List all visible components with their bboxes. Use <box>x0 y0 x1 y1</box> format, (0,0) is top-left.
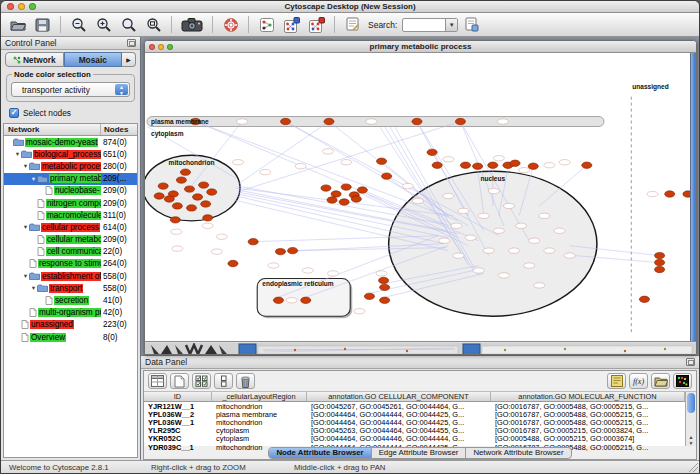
tree-row[interactable]: macromolecule311(0) <box>4 209 137 221</box>
tab-network-attribute-browser[interactable]: Network Attribute Browser <box>466 448 570 458</box>
graph-node-label[interactable] <box>529 238 540 243</box>
graph-node-label[interactable] <box>564 253 575 258</box>
graph-node-label[interactable] <box>295 164 306 169</box>
graph-node-label[interactable] <box>458 208 469 213</box>
column-go-molecular-function[interactable]: annotation.GO MOLECULAR_FUNCTION <box>491 392 685 401</box>
tree-row[interactable]: cellular metabo209(0) <box>4 234 137 246</box>
graph-node[interactable] <box>528 163 538 169</box>
select-attributes-button[interactable] <box>148 373 167 389</box>
graph-node[interactable] <box>248 239 258 245</box>
matrix-view-button[interactable] <box>673 373 692 389</box>
tree-row[interactable]: unassigned223(0) <box>4 319 137 331</box>
graph-node-label[interactable] <box>478 213 489 218</box>
select-all-attributes-button[interactable] <box>192 373 211 389</box>
tree-row[interactable]: ▼metabolic process280(0) <box>4 160 137 172</box>
zoom-out-button[interactable] <box>67 15 90 35</box>
graph-node[interactable] <box>176 177 186 183</box>
graph-node-label[interactable] <box>451 223 462 228</box>
scrollbar-thumb[interactable] <box>687 393 695 413</box>
network-zoom-button[interactable] <box>167 44 173 50</box>
graph-node[interactable] <box>184 186 194 192</box>
table-scrollbar[interactable]: ▲▼ <box>685 392 696 446</box>
graph-node-label[interactable] <box>503 203 514 208</box>
graph-node[interactable] <box>379 277 389 283</box>
graph-node-label[interactable] <box>465 235 476 240</box>
graph-node[interactable] <box>170 217 180 223</box>
tree-row[interactable]: secretion41(0) <box>4 294 137 306</box>
graph-node-label[interactable] <box>341 160 352 165</box>
graph-node[interactable] <box>364 293 374 299</box>
graph-node[interactable] <box>357 187 367 193</box>
graph-node-label[interactable] <box>524 263 535 268</box>
delete-attribute-button[interactable] <box>236 373 255 389</box>
graph-node-label[interactable] <box>211 249 222 254</box>
graph-node[interactable] <box>275 248 285 254</box>
graph-node-label[interactable] <box>544 248 555 253</box>
graph-node[interactable] <box>582 162 592 168</box>
graph-node-label[interactable] <box>488 188 499 193</box>
graph-node[interactable] <box>655 252 665 258</box>
expander-icon[interactable]: ▼ <box>22 163 29 169</box>
graph-node-label[interactable] <box>519 168 530 173</box>
graph-node[interactable] <box>331 191 341 197</box>
network-canvas[interactable]: plasma membranecytoplasmmitochondrionnuc… <box>145 53 696 341</box>
scrollbar-arrows[interactable]: ▲▼ <box>686 434 696 446</box>
tab-node-attribute-browser[interactable]: Node Attribute Browser <box>269 448 371 458</box>
graph-node[interactable] <box>193 194 203 200</box>
select-nodes-checkbox[interactable]: ✓ <box>9 108 19 118</box>
float-panel-icon[interactable] <box>686 358 695 366</box>
enhanced-search-icon[interactable] <box>341 15 364 35</box>
graph-node[interactable] <box>665 191 675 197</box>
graph-node[interactable] <box>327 197 337 203</box>
tab-mosaic[interactable]: Mosaic <box>64 52 123 67</box>
import-attributes-button[interactable] <box>651 373 670 389</box>
configure-search-button[interactable] <box>460 15 483 35</box>
graph-node-label[interactable] <box>327 271 338 276</box>
graph-node-label[interactable] <box>498 273 509 278</box>
expander-icon[interactable]: ▼ <box>22 273 29 279</box>
graph-node-label[interactable] <box>497 119 508 124</box>
tree-column-nodes[interactable]: Nodes <box>101 124 137 135</box>
network-close-button[interactable] <box>149 44 155 50</box>
graph-node-label[interactable] <box>508 248 519 253</box>
tree-column-network[interactable]: Network <box>4 124 101 135</box>
graph-node[interactable] <box>154 193 164 199</box>
graph-node[interactable] <box>203 215 213 221</box>
graph-node-label[interactable] <box>376 271 387 276</box>
graph-node[interactable] <box>199 182 209 188</box>
graph-node[interactable] <box>380 297 390 303</box>
tab-network[interactable]: Network <box>5 52 64 67</box>
graph-node-label[interactable] <box>544 163 555 168</box>
graph-node[interactable] <box>412 118 422 124</box>
save-button[interactable] <box>31 15 54 35</box>
graph-node-label[interactable] <box>366 119 377 124</box>
graph-node[interactable] <box>377 158 387 164</box>
expander-icon[interactable]: ▼ <box>30 176 37 182</box>
node-color-dropdown[interactable]: transporter activity ▲▼ <box>11 82 130 97</box>
graph-node[interactable] <box>455 118 465 124</box>
open-button[interactable] <box>6 15 29 35</box>
graph-node-label[interactable] <box>473 268 484 273</box>
layout-b-button[interactable] <box>305 15 328 35</box>
graph-node-label[interactable] <box>493 228 504 233</box>
graph-node[interactable] <box>473 163 483 169</box>
graph-node[interactable] <box>639 296 649 302</box>
graph-node-label[interactable] <box>559 160 570 165</box>
tree-row[interactable]: nitrogen compo209(0) <box>4 197 137 209</box>
graph-node-label[interactable] <box>443 157 454 162</box>
annotation-button[interactable] <box>607 373 626 389</box>
graph-node[interactable] <box>510 160 520 166</box>
graph-node-label[interactable] <box>402 183 413 188</box>
tree-row[interactable]: ▼transport558(0) <box>4 282 137 294</box>
graph-node-label[interactable] <box>539 213 550 218</box>
graph-node-label[interactable] <box>302 268 313 273</box>
tree-row[interactable]: ▼establishment of lo558(0) <box>4 270 137 282</box>
graph-node[interactable] <box>280 118 290 124</box>
snapshot-button[interactable] <box>178 15 206 35</box>
zoom-in-button[interactable] <box>92 15 115 35</box>
graph-node-label[interactable] <box>216 234 227 239</box>
search-input[interactable]: ▼ <box>402 18 458 32</box>
tree-row[interactable]: ▼primary metabo209(... <box>4 173 137 185</box>
column-go-cellular-component[interactable]: annotation.GO CELLULAR_COMPONENT <box>307 392 491 401</box>
tab-edge-attribute-browser[interactable]: Edge Attribute Browser <box>372 448 467 458</box>
